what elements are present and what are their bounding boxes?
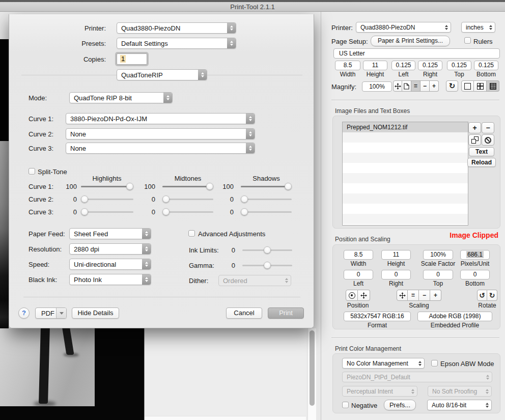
disable-file-button[interactable] (482, 134, 494, 146)
tone-row2-shadows-slider[interactable] (241, 195, 292, 203)
cancel-button[interactable]: Cancel (226, 307, 262, 319)
slider-knob[interactable] (241, 208, 248, 215)
slider-knob[interactable] (264, 246, 271, 254)
rotate-ccw-button[interactable]: ↺ (477, 290, 487, 301)
list-item[interactable] (343, 153, 468, 163)
move-position-button[interactable] (358, 290, 370, 301)
paper-feed-select[interactable]: Sheet Feed (69, 228, 151, 239)
duplicate-file-button[interactable] (468, 134, 481, 146)
prefs-button[interactable]: Prefs... (384, 400, 416, 410)
hide-details-button[interactable]: Hide Details (72, 307, 119, 319)
tone-row1-midtones-slider[interactable] (162, 183, 213, 190)
units-select[interactable]: inches (461, 22, 495, 33)
vertical-scrollbar[interactable] (307, 328, 316, 420)
slider-knob[interactable] (241, 195, 248, 203)
list-item[interactable] (343, 183, 468, 193)
add-file-button[interactable]: + (468, 122, 481, 133)
fit-page-button[interactable] (402, 80, 411, 92)
list-item[interactable] (343, 193, 468, 204)
list-item[interactable] (343, 204, 468, 214)
margin-bottom-field[interactable]: 0.125 (474, 61, 498, 70)
resolution-select[interactable]: 2880 dpi (69, 243, 151, 255)
scrollbar-thumb[interactable] (310, 330, 315, 406)
pixels-per-unit-field[interactable]: 686.1 (460, 250, 490, 260)
paper-print-settings-button[interactable]: Paper & Print Settings... (371, 36, 450, 46)
image-height-field[interactable]: 11 (381, 250, 411, 260)
image-width-field[interactable]: 8.5 (344, 250, 373, 260)
split-tone-checkbox[interactable] (29, 168, 35, 175)
fit-move-button[interactable] (393, 80, 402, 92)
refresh-button[interactable]: ↻ (446, 80, 458, 92)
tone-row3-shadows-slider[interactable] (241, 208, 292, 216)
reload-button[interactable]: Reload (467, 158, 496, 167)
scale-fit-button[interactable] (397, 290, 408, 301)
mode-select[interactable]: QuadTone RIP 8-bit (69, 92, 173, 103)
slider-knob[interactable] (264, 262, 271, 269)
color-management-select[interactable]: No Color Management (342, 358, 425, 369)
page-height-field[interactable]: 11 (363, 61, 387, 70)
speed-select[interactable]: Uni-directional (69, 259, 151, 270)
image-files-list[interactable]: Prepped_NOM1212.tif (342, 122, 468, 226)
magnify-field[interactable]: 100% (362, 81, 392, 92)
presets-select[interactable]: Default Settings (117, 38, 236, 49)
slider-knob[interactable] (162, 195, 170, 203)
scale-actual-button[interactable]: = (408, 290, 419, 301)
tone-row2-highlights-slider[interactable] (81, 195, 133, 203)
margin-left-field[interactable]: 0.125 (391, 61, 415, 70)
slider-knob[interactable] (126, 183, 133, 190)
curve1-select[interactable]: 3880-PiezoDN-Pd-Ox-IJM (66, 113, 255, 124)
list-item[interactable] (343, 132, 468, 143)
scale-down-button[interactable]: − (419, 290, 430, 301)
tone-row2-midtones-slider[interactable] (162, 195, 213, 203)
tone-row1-shadows-slider[interactable] (241, 183, 292, 190)
offset-top-field[interactable]: 0 (423, 270, 453, 279)
margin-right-field[interactable]: 0.125 (418, 61, 442, 70)
panel-printer-select[interactable]: Quad3880-PiezoDN (356, 22, 451, 33)
list-item[interactable] (343, 143, 468, 153)
curve2-select[interactable]: None (66, 128, 255, 139)
slider-knob[interactable] (162, 208, 170, 215)
offset-left-field[interactable]: 0 (344, 270, 373, 279)
printer-select[interactable]: Quad3880-PiezoDN (117, 22, 236, 34)
horizontal-scrollbar[interactable] (145, 416, 306, 420)
black-ink-select[interactable]: Photo Ink (69, 274, 151, 285)
add-text-button[interactable]: Text (469, 147, 494, 156)
zoom-out-button[interactable]: − (420, 80, 430, 92)
list-item-selected[interactable]: Prepped_NOM1212.tif (343, 122, 468, 132)
list-item[interactable] (343, 173, 468, 183)
bit-depth-select[interactable]: Auto 8/16-bit (427, 400, 492, 410)
remove-file-button[interactable]: − (482, 122, 494, 133)
zoom-actual-button[interactable]: = (411, 80, 420, 92)
curve3-select[interactable]: None (66, 143, 255, 154)
paper-size-field[interactable]: US Letter (333, 48, 500, 59)
slider-knob[interactable] (285, 183, 292, 190)
zoom-in-button[interactable]: + (430, 80, 439, 92)
print-button[interactable]: Print (268, 307, 304, 319)
tone-row1-highlights-slider[interactable] (81, 183, 133, 190)
pane-select[interactable]: QuadToneRIP (117, 69, 207, 80)
negative-checkbox[interactable] (342, 402, 349, 408)
center-position-button[interactable] (346, 290, 358, 301)
gamma-slider[interactable] (242, 262, 292, 269)
slider-knob[interactable] (81, 195, 88, 203)
copies-input[interactable]: 1 (117, 53, 147, 65)
page-width-field[interactable]: 8.5 (335, 61, 360, 70)
scale-up-button[interactable]: + (430, 290, 441, 301)
epson-abw-checkbox[interactable] (431, 360, 438, 367)
pdf-menu-button[interactable]: PDF (35, 307, 67, 319)
scale-factor-field[interactable]: 100% (423, 250, 453, 260)
help-button[interactable]: ? (18, 307, 30, 319)
title-bar[interactable]: Print-Tool 2.1.1 (0, 0, 505, 12)
offset-right-field[interactable]: 0 (381, 270, 411, 279)
offset-bottom-field[interactable]: 0 (460, 270, 490, 279)
rulers-checkbox[interactable] (464, 37, 471, 44)
view-quad-button[interactable] (474, 80, 487, 92)
list-item[interactable] (343, 163, 468, 173)
advanced-adjustments-checkbox[interactable] (188, 230, 195, 237)
margin-top-field[interactable]: 0.125 (447, 61, 471, 70)
rotate-cw-button[interactable]: ↻ (487, 290, 497, 301)
ink-limits-slider[interactable] (242, 246, 292, 254)
tone-row3-highlights-slider[interactable] (81, 208, 133, 216)
tone-row3-midtones-slider[interactable] (162, 208, 213, 216)
chevron-down-icon[interactable] (56, 308, 66, 318)
